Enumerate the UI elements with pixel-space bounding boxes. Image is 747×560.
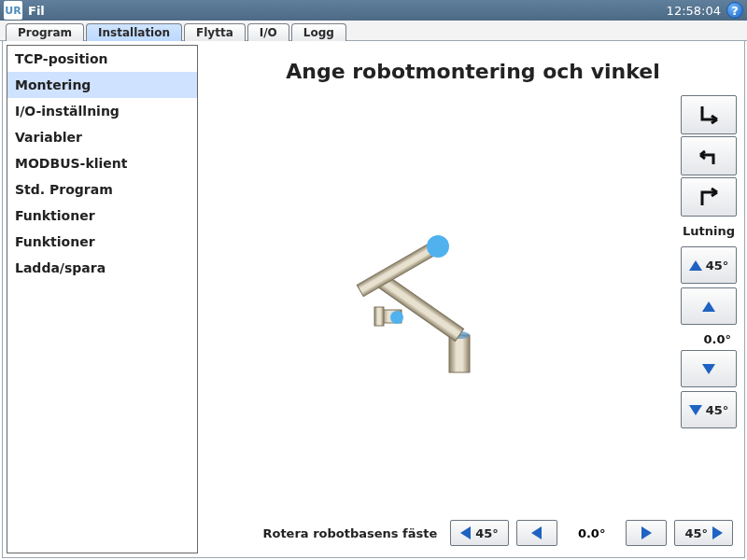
mount-preset-wall-button[interactable] [681,136,737,175]
sidebar: TCP-position Montering I/O-inställning V… [7,45,198,553]
page-title: Ange robotmontering och vinkel [209,60,737,83]
logo: UR [4,1,22,20]
mount-preset-column: Lutning [681,95,737,240]
arrow-left-icon [460,526,471,539]
sidebar-item-tcp-position[interactable]: TCP-position [7,46,197,72]
mount-ceiling-icon [697,185,721,209]
rotate-right-button[interactable] [626,520,667,546]
rotate-step-label: 45° [475,526,499,540]
svg-rect-5 [374,307,384,326]
arrow-up-icon [702,301,715,312]
svg-point-7 [390,311,403,324]
sidebar-item-montering[interactable]: Montering [7,72,197,98]
rotate-right-45-button[interactable]: 45° [674,520,733,546]
tilt-up-45-button[interactable]: 45° [681,246,737,284]
sidebar-item-funktioner-1[interactable]: Funktioner [7,203,197,229]
arrow-right-icon [641,526,652,539]
svg-rect-2 [378,275,463,341]
arrow-left-icon [531,526,542,539]
tilt-up-button[interactable] [681,287,737,325]
rotate-label: Rotera robotbasens fäste [213,526,437,540]
tilt-down-button[interactable] [681,350,737,387]
tabstrip: Program Installation Flytta I/O Logg [0,21,747,41]
svg-rect-0 [449,335,470,372]
main-panel: Ange robotmontering och vinkel [198,41,744,557]
svg-point-6 [427,235,449,258]
sidebar-item-modbus[interactable]: MODBUS-klient [7,150,197,176]
arrow-up-icon [689,260,702,271]
sidebar-item-funktioner-2[interactable]: Funktioner [7,229,197,255]
help-icon[interactable]: ? [726,2,743,19]
tilt-controls: 45° 0.0° 45° [681,246,737,432]
tilt-value: 0.0° [681,329,737,350]
tilt-step-label: 45° [706,259,729,273]
robot-illustration [330,190,535,396]
clock: 12:58:04 [667,4,721,18]
workarea: TCP-position Montering I/O-inställning V… [2,41,745,558]
menu-file[interactable]: Fil [28,4,45,18]
sidebar-item-variabler[interactable]: Variabler [7,124,197,150]
rotate-step-label: 45° [684,526,708,540]
mount-preset-ceiling-button[interactable] [681,177,737,217]
mount-wall-icon [697,144,721,168]
arrow-right-icon [712,526,723,539]
rotate-controls: Rotera robotbasens fäste 45° 0.0° 45° [209,514,737,550]
tab-logg[interactable]: Logg [291,23,346,41]
tab-io[interactable]: I/O [247,23,289,41]
sidebar-item-io-setup[interactable]: I/O-inställning [7,98,197,124]
rotate-value: 0.0° [565,526,619,540]
sidebar-item-std-program[interactable]: Std. Program [7,176,197,203]
rotate-left-button[interactable] [516,520,557,546]
arrow-down-icon [689,405,702,415]
tab-program[interactable]: Program [6,23,84,41]
tab-installation[interactable]: Installation [86,23,182,41]
mount-preset-floor-button[interactable] [681,95,737,134]
topbar: UR Fil 12:58:04 ? [0,0,747,21]
tilt-down-45-button[interactable]: 45° [681,391,737,428]
robot-view[interactable] [209,92,737,514]
tilt-step-label: 45° [706,403,729,417]
mount-floor-icon [697,103,721,127]
arrow-down-icon [702,364,715,374]
tilt-label: Lutning [681,224,737,238]
tab-flytta[interactable]: Flytta [184,23,246,41]
rotate-left-45-button[interactable]: 45° [450,520,509,546]
sidebar-item-ladda-spara[interactable]: Ladda/spara [7,255,197,281]
